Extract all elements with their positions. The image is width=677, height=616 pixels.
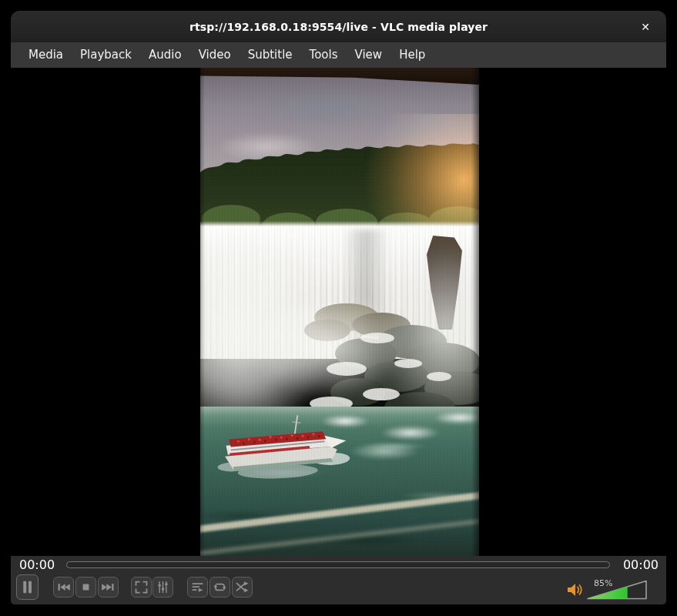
video-frame [200, 68, 479, 556]
extended-settings-button[interactable] [152, 577, 173, 598]
close-icon[interactable]: ✕ [635, 11, 655, 42]
window-title: rtsp://192.168.0.18:9554/live - VLC medi… [189, 21, 488, 33]
skip-previous-icon [55, 579, 72, 595]
elapsed-time: 00:00 [19, 557, 55, 572]
vlc-window: rtsp://192.168.0.18:9554/live - VLC medi… [11, 11, 666, 604]
menu-view[interactable]: View [347, 42, 391, 68]
previous-button[interactable] [53, 577, 74, 598]
fullscreen-button[interactable] [131, 577, 152, 598]
menu-tools[interactable]: Tools [301, 42, 347, 68]
menu-subtitle[interactable]: Subtitle [240, 42, 301, 68]
video-area[interactable] [11, 68, 666, 556]
playlist-button[interactable] [187, 577, 208, 598]
seek-slider[interactable] [66, 561, 610, 568]
menu-help[interactable]: Help [390, 42, 434, 68]
shuffle-icon [234, 579, 250, 595]
menu-playback[interactable]: Playback [72, 42, 140, 68]
titlebar[interactable]: rtsp://192.168.0.18:9554/live - VLC medi… [11, 11, 666, 42]
fullscreen-icon [133, 579, 149, 595]
volume-slider[interactable] [587, 579, 647, 600]
menu-media[interactable]: Media [20, 42, 72, 68]
equalizer-icon [155, 579, 171, 595]
remaining-time: 00:00 [623, 557, 659, 572]
loop-button[interactable] [209, 577, 230, 598]
stop-button[interactable] [75, 577, 96, 598]
control-bar: 00:00 00:00 [11, 556, 666, 604]
menu-video[interactable]: Video [190, 42, 240, 68]
random-button[interactable] [232, 577, 253, 598]
playlist-icon [189, 579, 206, 595]
pause-icon [18, 578, 36, 596]
menubar: Media Playback Audio Video Subtitle Tool… [11, 42, 666, 68]
skip-next-icon [100, 579, 116, 595]
menu-audio[interactable]: Audio [140, 42, 190, 68]
volume-icon[interactable] [567, 582, 584, 598]
loop-icon [212, 579, 228, 595]
next-button[interactable] [98, 577, 119, 598]
scene-mist-right [374, 241, 479, 418]
tour-boat [214, 412, 356, 497]
stop-icon [78, 579, 94, 595]
pause-button[interactable] [16, 574, 39, 600]
